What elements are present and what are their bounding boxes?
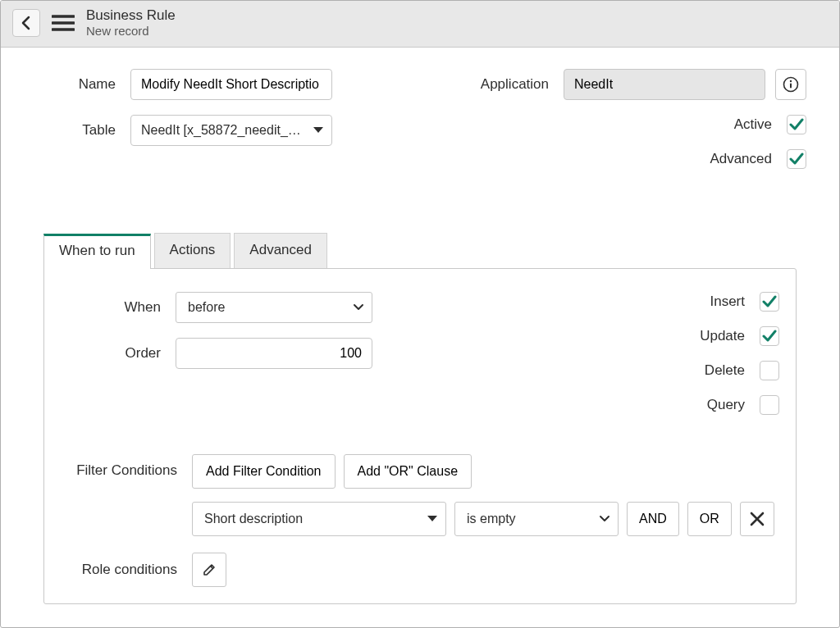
page-title: Business Rule bbox=[86, 7, 176, 24]
delete-checkbox[interactable] bbox=[760, 361, 779, 380]
header-bar: Business Rule New record bbox=[1, 1, 839, 48]
query-label: Query bbox=[445, 397, 760, 413]
application-label: Application bbox=[445, 76, 564, 93]
name-input[interactable] bbox=[130, 69, 332, 100]
and-button[interactable]: AND bbox=[627, 502, 679, 536]
advanced-checkbox[interactable] bbox=[787, 149, 806, 169]
query-checkbox[interactable] bbox=[760, 395, 779, 415]
when-select[interactable]: before bbox=[176, 292, 372, 323]
edit-role-conditions-button[interactable] bbox=[192, 553, 226, 587]
role-conditions-label: Role conditions bbox=[61, 562, 192, 578]
tab-strip: When to run Actions Advanced bbox=[43, 233, 797, 268]
application-info-button[interactable] bbox=[775, 69, 806, 100]
advanced-label: Advanced bbox=[445, 151, 787, 167]
add-or-clause-button[interactable]: Add "OR" Clause bbox=[344, 454, 472, 489]
delete-label: Delete bbox=[445, 362, 760, 379]
title-block: Business Rule New record bbox=[86, 7, 176, 39]
active-checkbox[interactable] bbox=[787, 115, 806, 134]
hamburger-icon bbox=[52, 14, 75, 32]
insert-checkbox[interactable] bbox=[760, 292, 779, 312]
condition-field-value: Short description bbox=[204, 512, 303, 526]
or-button[interactable]: OR bbox=[687, 502, 732, 536]
filter-condition-row: Short description is empty bbox=[192, 502, 774, 536]
tab-when-to-run[interactable]: When to run bbox=[43, 234, 151, 269]
svg-point-4 bbox=[790, 80, 792, 82]
chevron-left-icon bbox=[21, 16, 32, 30]
condition-field-select[interactable]: Short description bbox=[192, 502, 446, 536]
pencil-icon bbox=[202, 562, 217, 577]
check-icon bbox=[762, 330, 777, 343]
menu-button[interactable] bbox=[52, 14, 75, 32]
when-select-value: before bbox=[188, 300, 225, 315]
when-label: When bbox=[61, 299, 176, 316]
name-label: Name bbox=[34, 76, 130, 93]
tab-panel-when-to-run: When before Order bbox=[43, 268, 797, 604]
update-checkbox[interactable] bbox=[760, 326, 779, 346]
order-label: Order bbox=[61, 345, 176, 362]
tab-advanced[interactable]: Advanced bbox=[234, 233, 327, 268]
back-button[interactable] bbox=[12, 9, 40, 37]
table-select[interactable]: NeedIt [x_58872_needit_… bbox=[130, 115, 332, 146]
condition-operator-select[interactable]: is empty bbox=[454, 502, 619, 536]
filter-conditions-label: Filter Conditions bbox=[61, 454, 192, 479]
check-icon bbox=[789, 152, 804, 166]
update-label: Update bbox=[445, 328, 760, 344]
close-icon bbox=[750, 512, 765, 526]
order-input[interactable] bbox=[176, 338, 372, 369]
add-filter-condition-button[interactable]: Add Filter Condition bbox=[192, 454, 336, 489]
check-icon bbox=[762, 295, 777, 308]
application-input bbox=[564, 69, 765, 100]
check-icon bbox=[789, 118, 804, 131]
svg-rect-5 bbox=[790, 84, 792, 89]
insert-label: Insert bbox=[445, 294, 760, 310]
info-icon bbox=[783, 76, 799, 93]
page-subtitle: New record bbox=[86, 24, 176, 39]
tab-actions[interactable]: Actions bbox=[154, 233, 231, 268]
table-label: Table bbox=[34, 122, 130, 139]
condition-operator-value: is empty bbox=[467, 512, 516, 526]
remove-condition-button[interactable] bbox=[740, 502, 774, 536]
table-select-value: NeedIt [x_58872_needit_… bbox=[141, 123, 301, 138]
active-label: Active bbox=[445, 116, 787, 133]
